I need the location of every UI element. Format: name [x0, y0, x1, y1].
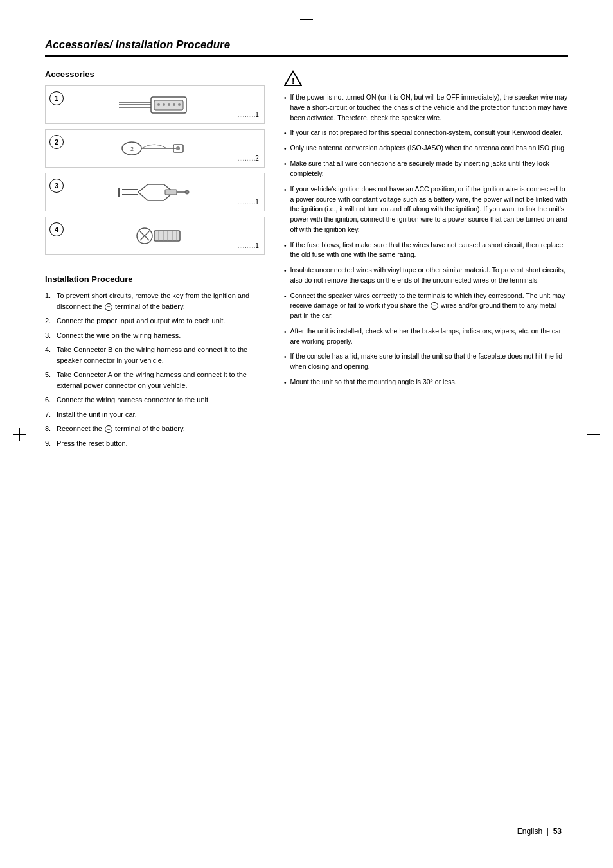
- warning-bullet-9: • After the unit is installed, check whe…: [284, 326, 568, 347]
- accessory-count-2: ..........2: [238, 155, 259, 162]
- crosshair-bottom: [300, 842, 313, 855]
- accessory-number-3: 3: [49, 179, 64, 193]
- warning-bullet-7: • Insulate unconnected wires with vinyl …: [284, 265, 568, 286]
- accessory-svg-4: [112, 222, 196, 251]
- minus-symbol-2: −: [105, 425, 112, 433]
- warning-bullet-3: • Only use antenna conversion adapters (…: [284, 143, 568, 154]
- svg-text:2: 2: [130, 146, 134, 152]
- install-step-7: 7. Install the unit in your car.: [45, 409, 265, 420]
- svg-rect-18: [165, 190, 177, 195]
- crosshair-right: [587, 428, 600, 441]
- warning-icon-container: !: [284, 69, 568, 87]
- crosshair-top: [300, 13, 313, 26]
- warning-bullet-1: • If the power is not turned ON (or it i…: [284, 93, 568, 123]
- page-title: Accessories/ Installation Procedure: [45, 39, 568, 51]
- install-step-4: 4. Take Connector B on the wiring harnes…: [45, 344, 265, 366]
- installation-title: Installation Procedure: [45, 274, 265, 284]
- accessory-count-1: ..........1: [238, 111, 259, 118]
- warning-bullet-10: • If the console has a lid, make sure to…: [284, 351, 568, 372]
- accessory-item-1: 1: [45, 85, 265, 124]
- minus-symbol-1: −: [105, 303, 112, 311]
- right-column: ! • If the power is not turned ON (or it…: [284, 69, 568, 452]
- accessory-count-3: ..........1: [238, 199, 259, 206]
- warning-bullet-4: • Make sure that all wire connections ar…: [284, 159, 568, 179]
- warning-bullet-5: • If your vehicle's ignition does not ha…: [284, 184, 568, 235]
- warning-section: ! • If the power is not turned ON (or it…: [284, 69, 568, 387]
- warning-bullet-6: • If the fuse blows, first make sure tha…: [284, 240, 568, 261]
- accessory-item-3: 3 .....: [45, 173, 265, 211]
- warning-bullet-8: • Connect the speaker wires correctly to…: [284, 291, 568, 321]
- svg-point-8: [173, 103, 175, 106]
- install-step-9: 9. Press the reset button.: [45, 438, 265, 449]
- accessories-section: Accessories 1: [45, 69, 265, 255]
- accessory-svg-1: [112, 91, 196, 120]
- install-step-8: 8. Reconnect the − terminal of the batte…: [45, 423, 265, 434]
- accessory-item-2: 2 2 ..........2: [45, 129, 265, 168]
- corner-mark-bl: [13, 836, 32, 855]
- installation-list: 1. To prevent short circuits, remove the…: [45, 290, 265, 448]
- svg-point-14: [176, 146, 180, 150]
- page-header: Accessories/ Installation Procedure: [45, 39, 568, 57]
- svg-point-20: [185, 190, 189, 194]
- svg-point-5: [157, 103, 160, 106]
- warning-triangle-icon: !: [284, 69, 302, 87]
- page-footer: English | 53: [517, 827, 562, 836]
- accessories-title: Accessories: [45, 69, 265, 79]
- minus-symbol-3: −: [431, 302, 438, 310]
- install-step-6: 6. Connect the wiring harness connector …: [45, 394, 265, 405]
- accessory-number-2: 2: [49, 135, 64, 149]
- install-step-3: 3. Connect the wire on the wiring harnes…: [45, 330, 265, 341]
- page: Accessories/ Installation Procedure Acce…: [0, 0, 613, 868]
- content-area: Accessories 1: [45, 69, 568, 452]
- svg-point-9: [178, 103, 181, 106]
- accessory-image-2: 2: [70, 134, 238, 163]
- accessory-number-4: 4: [49, 222, 64, 236]
- svg-point-6: [163, 103, 165, 106]
- svg-text:!: !: [292, 76, 294, 85]
- accessory-svg-2: 2: [112, 134, 196, 163]
- accessory-svg-3: [112, 178, 196, 207]
- install-step-2: 2. Connect the proper input and output w…: [45, 315, 265, 326]
- left-column: Accessories 1: [45, 69, 265, 452]
- language-label: English: [517, 827, 542, 836]
- crosshair-left: [13, 428, 26, 441]
- accessory-image-4: [70, 222, 238, 251]
- corner-mark-tl: [13, 13, 32, 32]
- accessory-image-1: [70, 91, 238, 120]
- install-step-1: 1. To prevent short circuits, remove the…: [45, 290, 265, 312]
- accessory-image-3: [70, 178, 238, 207]
- warning-bullet-2: • If your car is not prepared for this s…: [284, 128, 568, 138]
- svg-rect-24: [154, 231, 180, 241]
- page-number: 53: [553, 827, 562, 836]
- warning-bullet-11: • Mount the unit so that the mounting an…: [284, 377, 568, 387]
- accessory-number-1: 1: [49, 91, 64, 105]
- corner-mark-tr: [581, 13, 600, 32]
- corner-mark-br: [581, 836, 600, 855]
- svg-point-7: [168, 103, 170, 106]
- accessory-item-4: 4: [45, 217, 265, 255]
- accessory-count-4: ..........1: [238, 242, 259, 249]
- installation-section: Installation Procedure 1. To prevent sho…: [45, 274, 265, 448]
- install-step-5: 5. Take Connector A on the wiring harnes…: [45, 369, 265, 391]
